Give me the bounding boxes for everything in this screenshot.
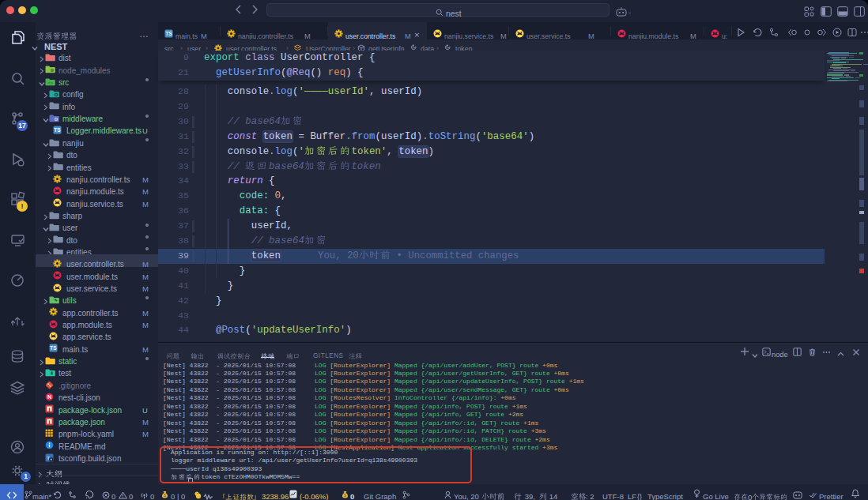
- svg-text:TS: TS: [50, 346, 57, 352]
- svg-text:N: N: [47, 394, 51, 400]
- svg-text:<>: <>: [47, 81, 54, 86]
- svg-text:$: $: [164, 493, 166, 498]
- svg-text:TS: TS: [165, 31, 172, 36]
- svg-text:$: $: [344, 493, 346, 498]
- svg-text:TS: TS: [54, 127, 61, 133]
- svg-text:T: T: [47, 455, 50, 460]
